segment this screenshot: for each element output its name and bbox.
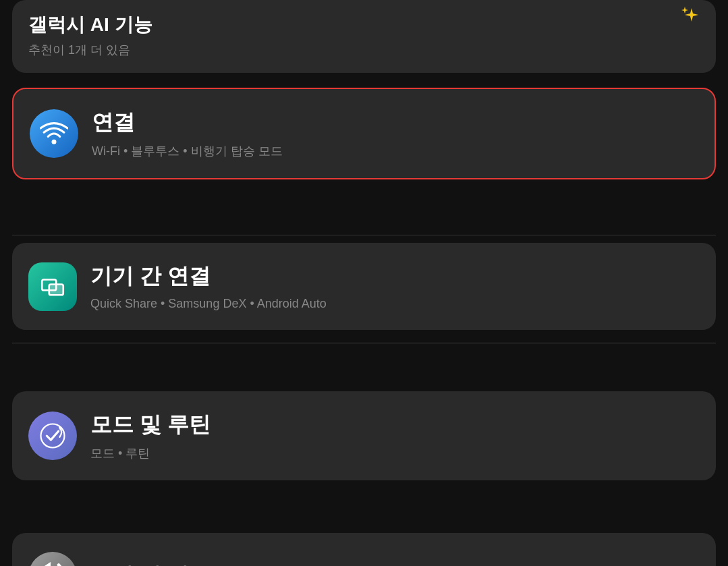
sound-icon-wrap [28,552,77,566]
wifi-icon [40,119,68,148]
svg-rect-3 [50,285,63,294]
connection-subtitle: Wi-Fi • 블루투스 • 비행기 탑승 모드 [92,143,698,159]
mode-text-block: 모드 및 루틴 모드 • 루틴 [90,410,700,461]
section-gap [0,351,728,364]
galaxy-ai-subtitle: 추천이 1개 더 있음 [28,42,700,58]
sound-icon [28,552,77,566]
sound-card-title: 소리 및 진동 [90,561,211,566]
wifi-icon-wrap [30,109,78,158]
device-connection-subtitle: Quick Share • Samsung DeX • Android Auto [90,297,700,311]
device-connection-card[interactable]: 기기 간 연결 Quick Share • Samsung DeX • Andr… [12,243,716,330]
sound-card[interactable]: 소리 및 진동 [12,533,716,566]
mode-icon-wrap [28,412,77,460]
device-text-block: 기기 간 연결 Quick Share • Samsung DeX • Andr… [90,262,700,311]
sparkle-icon [666,7,700,40]
connection-title: 연결 [92,108,698,138]
device-connection-title: 기기 간 연결 [90,262,700,291]
galaxy-ai-title: 갤럭시 AI 기능 [28,12,700,38]
svg-point-0 [52,140,57,144]
galaxy-ai-card[interactable]: 갤럭시 AI 기능 추천이 1개 더 있음 [12,0,716,73]
main-screen: 갤럭시 AI 기능 추천이 1개 더 있음 연결 Wi-Fi • 블루투스 • … [0,0,728,566]
mode-card-subtitle: 모드 • 루틴 [90,445,700,461]
mode-card[interactable]: 모드 및 루틴 모드 • 루틴 [12,391,716,480]
mode-card-title: 모드 및 루틴 [90,410,700,440]
connection-text-block: 연결 Wi-Fi • 블루투스 • 비행기 탑승 모드 [92,108,698,159]
mode-routine-icon [38,422,67,450]
connection-divider [12,235,716,235]
device-share-icon [38,273,67,301]
device-icon-wrap [28,262,77,311]
connection-card[interactable]: 연결 Wi-Fi • 블루투스 • 비행기 탑승 모드 [12,88,716,179]
device-mode-divider [12,343,716,343]
